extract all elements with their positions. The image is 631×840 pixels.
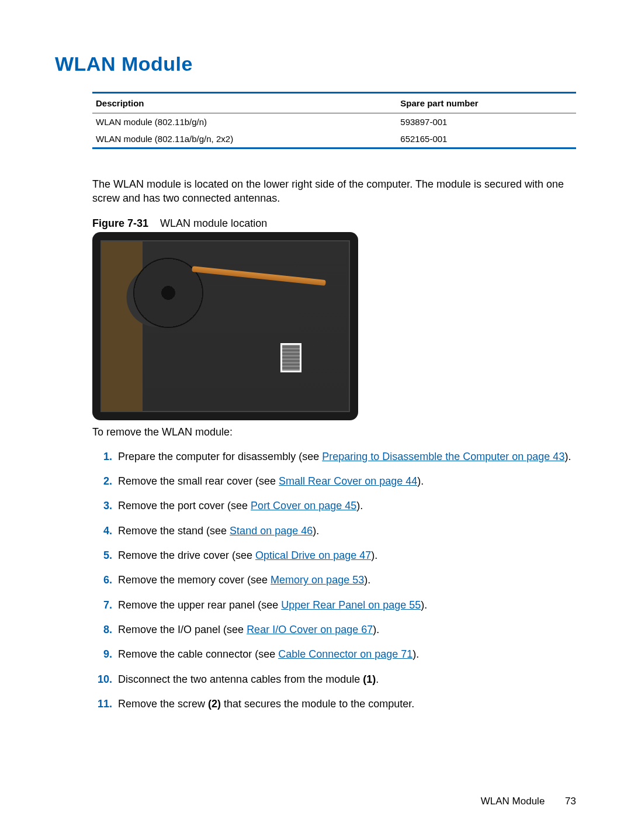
list-item: Remove the screw (2) that secures the mo… [118, 697, 576, 711]
footer-page-number: 73 [565, 796, 576, 807]
list-item: Remove the upper rear panel (see Upper R… [118, 598, 576, 612]
xref-link[interactable]: Cable Connector on page 71 [278, 648, 412, 660]
list-item: Remove the port cover (see Port Cover on… [118, 499, 576, 513]
page-title: WLAN Module [55, 53, 576, 75]
table-cell-desc: WLAN module (802.11a/b/g/n, 2x2) [92, 130, 397, 148]
table-header-part: Spare part number [397, 93, 576, 113]
xref-link[interactable]: Port Cover on page 45 [251, 500, 356, 511]
callout-number: (1) [363, 673, 376, 685]
figure-label: Figure 7-31 [92, 217, 148, 229]
table-row: WLAN module (802.11a/b/g/n, 2x2) 652165-… [92, 130, 576, 148]
xref-link[interactable]: Memory on page 53 [271, 574, 364, 586]
table-row: WLAN module (802.11b/g/n) 593897-001 [92, 113, 576, 131]
list-item: Remove the drive cover (see Optical Driv… [118, 548, 576, 562]
list-item: Remove the stand (see Stand on page 46). [118, 524, 576, 538]
xref-link[interactable]: Optical Drive on page 47 [255, 549, 371, 561]
list-item: Prepare the computer for disassembly (se… [118, 450, 576, 464]
table-cell-desc: WLAN module (802.11b/g/n) [92, 113, 397, 131]
xref-link[interactable]: Rear I/O Cover on page 67 [247, 624, 373, 635]
xref-link[interactable]: Stand on page 46 [230, 525, 313, 537]
xref-link[interactable]: Preparing to Disassemble the Computer on… [322, 451, 564, 462]
list-item: Remove the small rear cover (see Small R… [118, 474, 576, 488]
table-cell-part: 652165-001 [397, 130, 576, 148]
pre-list-text: To remove the WLAN module: [92, 425, 576, 439]
list-item: Remove the I/O panel (see Rear I/O Cover… [118, 623, 576, 637]
page-footer: WLAN Module 73 [481, 796, 576, 807]
page: WLAN Module Description Spare part numbe… [0, 0, 631, 840]
callout-number: (2) [208, 698, 221, 710]
xref-link[interactable]: Upper Rear Panel on page 55 [281, 599, 421, 611]
list-item: Remove the memory cover (see Memory on p… [118, 573, 576, 587]
list-item: Remove the cable connector (see Cable Co… [118, 647, 576, 661]
table-header-description: Description [92, 93, 397, 113]
figure-caption: Figure 7-31 WLAN module location [92, 217, 576, 230]
footer-section: WLAN Module [481, 796, 545, 807]
xref-link[interactable]: Small Rear Cover on page 44 [279, 475, 417, 487]
spare-parts-table: Description Spare part number WLAN modul… [92, 92, 576, 149]
procedure-list: Prepare the computer for disassembly (se… [92, 450, 576, 711]
table-cell-part: 593897-001 [397, 113, 576, 131]
figure-caption-text: WLAN module location [160, 217, 267, 229]
intro-paragraph: The WLAN module is located on the lower … [92, 177, 576, 206]
list-item: Disconnect the two antenna cables from t… [118, 672, 576, 686]
figure-image [92, 232, 358, 420]
